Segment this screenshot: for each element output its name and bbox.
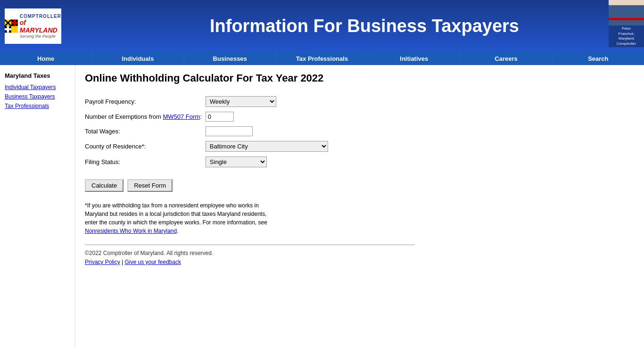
svg-rect-9: [14, 19, 16, 26]
nav-home[interactable]: Home: [0, 52, 92, 65]
button-row: Calculate Reset Form: [85, 179, 635, 192]
logo-area: COMPTROLLER of MARYLAND Serving the Peop…: [5, 8, 61, 44]
footnote: *If you are withholding tax from a nonre…: [85, 201, 273, 235]
copyright-text: ©2022 Comptroller of Maryland. All right…: [85, 250, 635, 256]
withholding-form: Payroll Frequency: Weekly Bi-Weekly Semi…: [85, 94, 332, 170]
comptroller-name-first: Peter: [622, 26, 631, 31]
logo-comptroller: COMPTROLLER: [20, 14, 61, 19]
nav-initiatives[interactable]: Initiatives: [368, 52, 460, 65]
nav-businesses[interactable]: Businesses: [184, 52, 276, 65]
maryland-flag-icon: [5, 13, 18, 39]
county-select[interactable]: Baltimore City Allegany Anne Arundel Bal…: [206, 141, 328, 152]
logo-text-block: COMPTROLLER of MARYLAND Serving the Peop…: [20, 14, 61, 39]
logo-image: COMPTROLLER of MARYLAND Serving the Peop…: [5, 8, 61, 44]
comptroller-image: [609, 0, 644, 25]
payroll-freq-label: Payroll Frequency:: [85, 94, 206, 109]
main-layout: Maryland Taxes Individual Taxpayers Busi…: [0, 65, 644, 348]
comptroller-photo: Peter Franchot, Maryland Comptroller: [609, 0, 644, 47]
svg-rect-11: [7, 26, 9, 33]
nav-careers[interactable]: Careers: [460, 52, 552, 65]
filing-status-select[interactable]: Single Married Head of Household: [206, 156, 267, 167]
exemptions-text: Number of Exemptions from: [85, 113, 161, 120]
calculate-button[interactable]: Calculate: [85, 179, 124, 192]
footer-separator: |: [122, 259, 123, 265]
county-cell: Baltimore City Allegany Anne Arundel Bal…: [206, 139, 332, 154]
exemptions-cell: [206, 109, 332, 124]
mw507-link[interactable]: MW507 Form: [163, 113, 200, 120]
logo-of-maryland: of MARYLAND: [20, 19, 61, 34]
comptroller-caption: Peter Franchot, Maryland Comptroller: [609, 25, 644, 47]
header-title: Information For Business Taxpayers: [90, 16, 639, 36]
footnote-text: *If you are withholding tax from a nonre…: [85, 202, 267, 226]
county-label: County of Residence*:: [85, 139, 206, 154]
nav-search[interactable]: Search: [553, 52, 644, 65]
exemptions-colon: :: [200, 113, 202, 120]
logo-serving: Serving the People: [20, 34, 61, 39]
footer-divider: [85, 245, 415, 245]
payroll-freq-cell: Weekly Bi-Weekly Semi-Monthly Monthly: [206, 94, 332, 109]
footer-links: Privacy Policy | Give us your feedback: [85, 259, 635, 265]
county-row: County of Residence*: Baltimore City All…: [85, 139, 332, 154]
page-title: Online Withholding Calculator For Tax Ye…: [85, 72, 635, 84]
wages-row: Total Wages:: [85, 124, 332, 139]
filing-status-label: Filing Status:: [85, 154, 206, 170]
nav-tax-professionals[interactable]: Tax Professionals: [276, 52, 368, 65]
navigation-bar: Home Individuals Businesses Tax Professi…: [0, 52, 644, 65]
wages-cell: [206, 124, 332, 139]
filing-status-row: Filing Status: Single Married Head of Ho…: [85, 154, 332, 170]
footnote-period: .: [177, 228, 178, 234]
reset-button[interactable]: Reset Form: [127, 179, 173, 192]
exemptions-label: Number of Exemptions from MW507 Form:: [85, 109, 206, 124]
comptroller-name-last: Franchot,: [619, 32, 635, 36]
payroll-freq-row: Payroll Frequency: Weekly Bi-Weekly Semi…: [85, 94, 332, 109]
privacy-policy-link[interactable]: Privacy Policy: [85, 259, 120, 265]
comptroller-role: Maryland Comptroller: [617, 36, 636, 45]
sidebar-title: Maryland Taxes: [5, 72, 70, 79]
content-area: Online Withholding Calculator For Tax Ye…: [75, 65, 644, 348]
payroll-freq-select[interactable]: Weekly Bi-Weekly Semi-Monthly Monthly: [206, 96, 276, 107]
header: COMPTROLLER of MARYLAND Serving the Peop…: [0, 0, 644, 52]
sidebar-item-tax-professionals[interactable]: Tax Professionals: [5, 103, 70, 109]
exemptions-input[interactable]: [206, 112, 234, 122]
filing-status-cell: Single Married Head of Household: [206, 154, 332, 170]
wages-label: Total Wages:: [85, 124, 206, 139]
nav-individuals[interactable]: Individuals: [92, 52, 184, 65]
wages-input[interactable]: [206, 126, 253, 136]
sidebar: Maryland Taxes Individual Taxpayers Busi…: [0, 65, 75, 348]
nonresidents-link[interactable]: Nonresidents Who Work in Maryland: [85, 228, 177, 234]
sidebar-item-individual-taxpayers[interactable]: Individual Taxpayers: [5, 84, 70, 90]
sidebar-item-business-taxpayers[interactable]: Business Taxpayers: [5, 93, 70, 100]
feedback-link[interactable]: Give us your feedback: [125, 259, 181, 265]
exemptions-row: Number of Exemptions from MW507 Form:: [85, 109, 332, 124]
